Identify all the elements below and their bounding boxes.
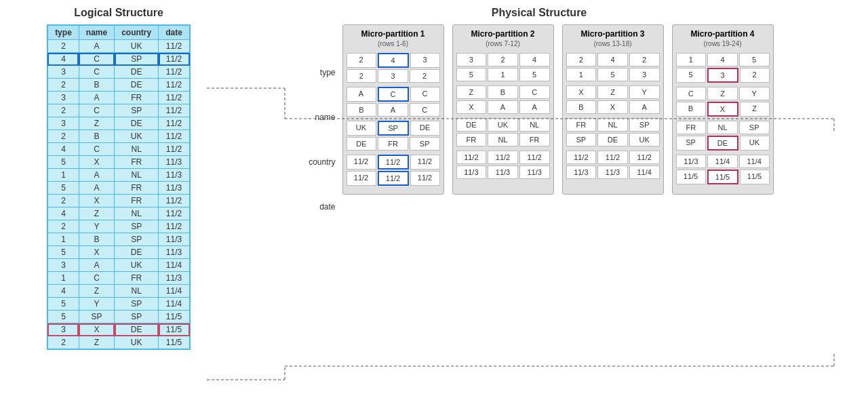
partition-cell: B [488, 85, 518, 99]
partition-cell: X [707, 102, 738, 117]
partition-subtitle: (rows 19-24) [676, 40, 770, 47]
partition-cell: A [519, 100, 550, 114]
partition-title: Micro-partition 4 [676, 29, 770, 39]
partition-cell: X [566, 85, 597, 99]
partition-field-date: 11/311/411/411/511/511/5 [676, 155, 770, 184]
physical-structure-section: Physical Structure type name country dat… [224, 7, 854, 410]
partition-labels: type name country date [305, 24, 342, 229]
cell-row: BAC [347, 103, 440, 117]
cell-date: 11/2 [159, 195, 190, 207]
partition-field-type: 243232 [347, 53, 440, 83]
partition-cell: 1 [676, 53, 707, 66]
partition-cell: 11/2 [347, 171, 376, 186]
partition-cell: FR [378, 137, 408, 151]
cell-date: 11/3 [159, 246, 190, 259]
cell-type: 4 [47, 207, 79, 220]
partition-cell: 2 [566, 53, 597, 66]
cell-row: ACC [347, 87, 440, 102]
cell-type: 4 [47, 285, 79, 298]
cell-name: X [79, 156, 114, 169]
cell-date: 11/5 [159, 311, 190, 323]
partition-cell: SP [739, 121, 770, 134]
partition-field-country: DEUKNLFRNLFR [456, 118, 550, 146]
partition-cell: Z [597, 85, 628, 99]
cell-country: UK [115, 259, 159, 272]
logical-row: 2YSP11/2 [47, 220, 190, 233]
logical-row: 5AFR11/3 [47, 182, 190, 195]
partition-cell: 11/5 [740, 170, 770, 184]
cell-row: FRNLFR [456, 133, 550, 146]
cell-name: C [79, 66, 114, 79]
cell-country: SP [115, 220, 159, 233]
cell-row: 11/211/211/2 [347, 155, 440, 170]
partition-cell: DE [456, 118, 487, 132]
cell-name: A [79, 40, 114, 53]
cell-name: SP [79, 311, 114, 323]
cell-name: Z [79, 285, 114, 298]
cell-country: FR [115, 92, 159, 104]
partition-cell: NL [488, 133, 518, 146]
logical-row: 2ZUK11/5 [47, 336, 190, 350]
cell-name: A [79, 259, 114, 272]
cell-row: DEFRSP [347, 137, 440, 151]
cell-name: Z [79, 207, 114, 220]
cell-type: 1 [47, 233, 79, 246]
cell-country: FR [115, 195, 159, 207]
logical-title: Logical Structure [74, 7, 163, 19]
partition-cell: 4 [378, 53, 409, 68]
col-header-date: date [159, 25, 190, 40]
cell-date: 11/2 [159, 53, 190, 66]
partition-cell: 5 [456, 68, 487, 81]
cell-country: FR [115, 272, 159, 285]
partition-cell: A [378, 103, 408, 117]
partition-cell: 11/2 [629, 151, 660, 164]
cell-name: X [79, 323, 114, 336]
partition-field-type: 242153 [566, 53, 660, 81]
partition-cell: 11/2 [488, 151, 518, 164]
cell-name: C [79, 104, 114, 117]
partition-cell: SP [378, 121, 409, 136]
cell-type: 1 [47, 169, 79, 182]
cell-name: C [79, 53, 114, 66]
cell-row: 243 [347, 53, 440, 68]
partition-cell: B [566, 100, 597, 114]
partition-field-country: FRNLSPSPDEUK [676, 121, 770, 151]
cell-country: NL [115, 285, 159, 298]
partition-cell: NL [707, 121, 738, 134]
name-label: name [305, 95, 336, 140]
logical-row: 5XDE11/3 [47, 246, 190, 259]
country-label: country [305, 140, 336, 184]
partition-cell: X [456, 100, 487, 114]
logical-row: 3XDE11/5 [47, 323, 190, 336]
partition-field-name: ZBCXAA [456, 85, 550, 114]
partition-cell: 11/3 [519, 165, 550, 179]
cell-name: C [79, 272, 114, 285]
partition-cell: SP [410, 137, 440, 151]
cell-date: 11/3 [159, 272, 190, 285]
cell-type: 5 [47, 156, 79, 169]
partition-cell: 5 [676, 68, 706, 83]
partition-subtitle: (rows 7-12) [456, 40, 550, 47]
partition-cell: FR [519, 133, 550, 146]
partition-cell: 3 [707, 68, 738, 83]
partition-cell: SP [676, 136, 706, 151]
partition-cell: 11/5 [676, 170, 706, 184]
partition-cell: 11/2 [347, 155, 376, 170]
partition-cell: NL [519, 118, 550, 132]
partition-cell: C [410, 87, 440, 102]
partition-cell: DE [410, 121, 440, 136]
partition-cell: C [378, 87, 409, 102]
cell-country: UK [115, 336, 159, 350]
cell-type: 1 [47, 272, 79, 285]
cell-date: 11/2 [159, 92, 190, 104]
partition-cell: 11/2 [566, 151, 597, 164]
partition-cell: 1 [566, 68, 597, 81]
partition-cell: NL [597, 118, 628, 132]
partition-cell: 2 [347, 53, 376, 68]
cell-name: Y [79, 298, 114, 311]
cell-name: A [79, 169, 114, 182]
logical-row: 3CDE11/2 [47, 66, 190, 79]
cell-date: 11/2 [159, 220, 190, 233]
cell-type: 5 [47, 246, 79, 259]
partition-cell: Z [740, 102, 770, 117]
